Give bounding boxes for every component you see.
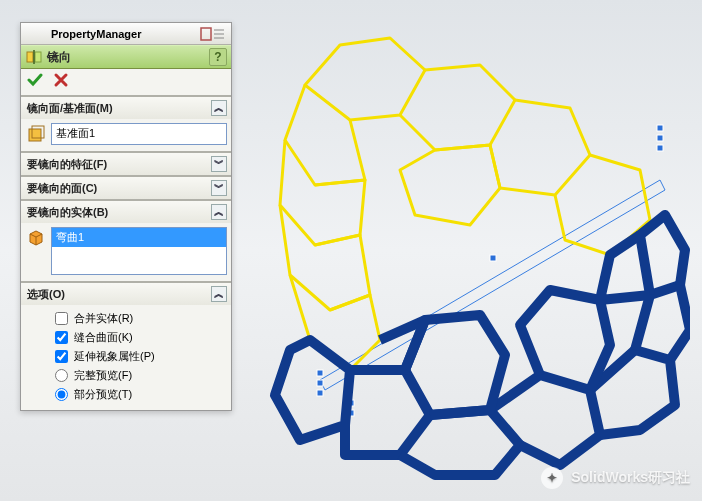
knit-checkbox[interactable] [55,331,68,344]
section-header[interactable]: 要镜向的特征(F) ︾ [21,153,231,175]
svg-rect-8 [657,135,663,141]
section-label: 镜向面/基准面(M) [27,101,113,116]
feature-title: 镜向 [47,49,209,66]
body-select-icon[interactable] [25,227,47,249]
svg-rect-4 [317,370,323,376]
svg-rect-18 [35,52,41,62]
option-label: 缝合曲面(K) [74,330,133,345]
face-select-icon[interactable] [25,123,47,145]
svg-rect-10 [490,255,496,261]
model-preview [230,10,690,480]
pm-titlebar: PropertyManager [21,23,231,45]
mirror-face-list[interactable]: 基准面1 [51,123,227,145]
fullpreview-radio[interactable] [55,369,68,382]
section-header[interactable]: 选项(O) ︽ [21,283,231,305]
help-button[interactable]: ? [209,48,227,66]
svg-rect-20 [29,129,41,141]
watermark-text: SolidWorks研习社 [571,469,690,487]
bodies-list[interactable]: 弯曲1 [51,227,227,275]
propvis-checkbox[interactable] [55,350,68,363]
list-item[interactable]: 基准面1 [52,124,226,143]
svg-line-1 [325,190,665,390]
section-features: 要镜向的特征(F) ︾ [21,151,231,175]
svg-rect-6 [317,390,323,396]
section-header[interactable]: 镜向面/基准面(M) ︽ [21,97,231,119]
action-bar [21,69,231,95]
merge-checkbox[interactable] [55,312,68,325]
chevron-up-icon[interactable]: ︽ [211,100,227,116]
svg-rect-5 [317,380,323,386]
option-label: 完整预览(F) [74,368,132,383]
section-label: 要镜向的实体(B) [27,205,108,220]
section-label: 要镜向的面(C) [27,181,97,196]
section-faces: 要镜向的面(C) ︾ [21,175,231,199]
list-item[interactable]: 弯曲1 [52,228,226,247]
chevron-down-icon[interactable]: ︾ [211,180,227,196]
section-label: 选项(O) [27,287,65,302]
section-label: 要镜向的特征(F) [27,157,107,172]
option-label: 合并实体(R) [74,311,133,326]
option-label: 延伸视象属性(P) [74,349,155,364]
section-header[interactable]: 要镜向的实体(B) ︽ [21,201,231,223]
section-header[interactable]: 要镜向的面(C) ︾ [21,177,231,199]
chevron-up-icon[interactable]: ︽ [211,286,227,302]
chevron-down-icon[interactable]: ︾ [211,156,227,172]
svg-rect-9 [657,145,663,151]
property-manager-panel: PropertyManager 镜向 ? 镜向面/基准面(M) ︽ [20,22,232,411]
chevron-up-icon[interactable]: ︽ [211,204,227,220]
section-bodies: 要镜向的实体(B) ︽ 弯曲1 [21,199,231,281]
option-label: 部分预览(T) [74,387,132,402]
feature-header: 镜向 ? [21,45,231,69]
svg-rect-7 [657,125,663,131]
mirror-icon [25,48,43,66]
section-mirror-face: 镜向面/基准面(M) ︽ 基准面1 [21,95,231,151]
watermark: ✦ SolidWorks研习社 [541,467,690,489]
wechat-icon: ✦ [541,467,563,489]
cancel-button[interactable] [53,72,69,92]
svg-line-3 [660,180,665,190]
pin-icon[interactable] [199,25,227,41]
pm-title: PropertyManager [51,28,141,40]
svg-rect-17 [27,52,33,62]
svg-rect-13 [201,28,211,40]
partpreview-radio[interactable] [55,388,68,401]
ok-button[interactable] [27,72,43,92]
section-options: 选项(O) ︽ 合并实体(R) 缝合曲面(K) 延伸视象属性(P) 完整预览(F… [21,281,231,410]
